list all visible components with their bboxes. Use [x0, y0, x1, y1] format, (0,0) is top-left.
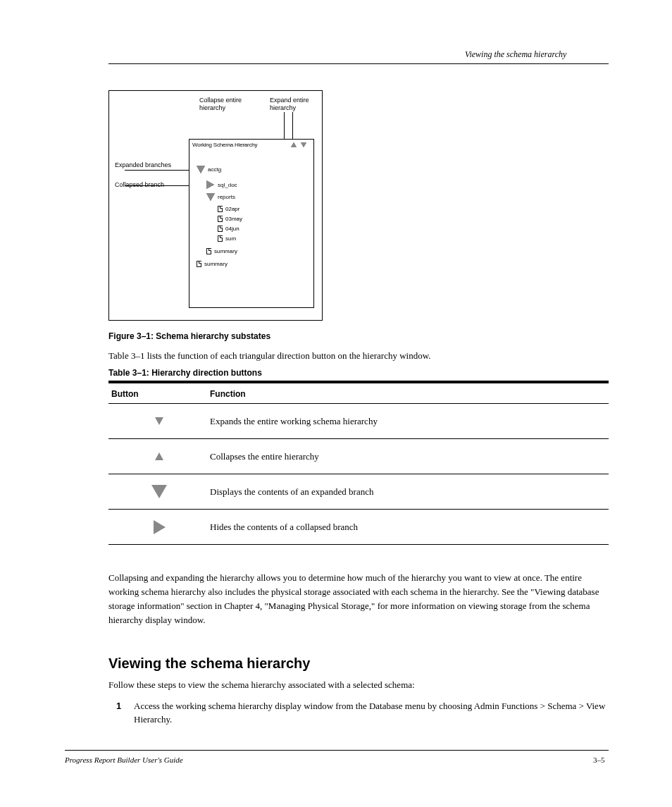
table-row: Expands the entire working schema hierar… [108, 404, 609, 439]
section-heading: Viewing the schema hierarchy [108, 655, 310, 672]
figure-caption: Figure 3–1: Schema hierarchy substates [108, 331, 270, 341]
diagram-frame: Expanded branches Collapsed branch Colla… [108, 90, 323, 321]
step-number: 1 [116, 701, 121, 711]
file-icon [197, 261, 201, 267]
table-cell: Hides the contents of a collapsed branch [207, 522, 609, 533]
file-icon [218, 235, 223, 242]
table-row: Displays the contents of an expanded bra… [108, 474, 609, 510]
inner-panel-title: Working Schema Hierarchy [192, 142, 257, 148]
callout-line [125, 170, 199, 171]
callout-expand-label: Expand entire hierarchy [270, 97, 319, 113]
table-row: Hides the contents of a collapsed branch [108, 510, 609, 545]
tree-file: summary [204, 261, 228, 267]
triangle-down-icon[interactable] [206, 193, 215, 201]
callout-line [284, 112, 285, 142]
tree-file: sum [225, 236, 236, 242]
collapse-all-icon[interactable] [291, 142, 297, 147]
callout-expand-text: Expand entire hierarchy [270, 97, 309, 111]
table-cell: Displays the contents of an expanded bra… [207, 486, 609, 498]
table-cell: Expands the entire working schema hierar… [207, 416, 609, 427]
table-caption: Table 3–1: Hierarchy direction buttons [108, 368, 262, 378]
table-col-function: Function [207, 389, 609, 399]
inner-panel: Working Schema Hierarchy acctg sql_doc r… [189, 139, 314, 308]
triangle-down-large-icon [151, 485, 167, 498]
expand-all-icon[interactable] [301, 142, 306, 147]
triangle-right-icon[interactable] [206, 180, 214, 189]
file-icon [218, 216, 223, 222]
tree-branch-expanded: reports [218, 195, 235, 200]
triangle-down-small-icon [155, 417, 163, 425]
callout-expanded-label: Expanded branches [115, 161, 171, 169]
callout-line [292, 112, 293, 142]
icon-table: Button Function Expands the entire worki… [108, 381, 609, 545]
explain-paragraph: Collapsing and expanding the hierarchy a… [108, 571, 609, 628]
tree-branch-collapsed: sql_doc [218, 183, 237, 188]
top-rule [108, 63, 609, 64]
intro-text: Table 3–1 lists the function of each tri… [108, 350, 609, 362]
triangle-right-large-icon [154, 520, 166, 534]
table-row: Collapses the entire hierarchy [108, 439, 609, 474]
tree-file: 02apr [225, 207, 239, 212]
footer-page-number: 3–5 [593, 756, 605, 764]
running-header: Viewing the schema hierarchy [465, 49, 566, 60]
footer-manual-title: Progress Report Builder User's Guide [65, 756, 183, 764]
callout-collapse-label: Collapse entire hierarchy [199, 97, 263, 113]
table-col-button: Button [108, 389, 207, 399]
file-icon [218, 206, 223, 212]
tree-file: 03may [225, 216, 242, 222]
callout-collapse-text: Collapse entire hierarchy [199, 97, 242, 111]
table-cell: Collapses the entire hierarchy [207, 451, 609, 462]
triangle-up-small-icon [155, 452, 163, 460]
tree-file: 04jun [225, 226, 239, 232]
file-icon [218, 226, 223, 232]
tree-file: summary [214, 249, 237, 254]
tree-root: acctg [208, 167, 221, 173]
file-icon [206, 248, 211, 254]
triangle-down-icon[interactable] [197, 166, 205, 173]
heading-body: Follow these steps to view the schema hi… [108, 678, 609, 692]
step-text: Access the working schema hierarchy disp… [134, 700, 609, 727]
footer-rule [65, 750, 609, 751]
table-head: Button Function [108, 381, 609, 404]
